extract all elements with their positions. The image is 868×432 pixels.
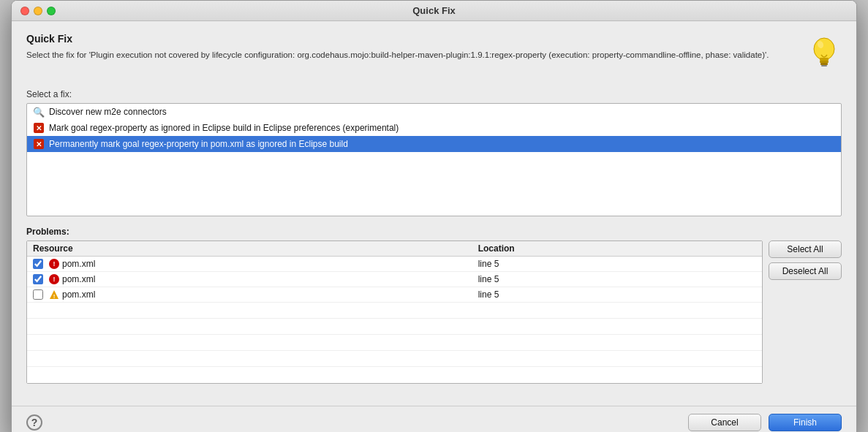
svg-rect-6 — [821, 65, 827, 67]
location-cell-1: line 5 — [472, 257, 762, 272]
resource-cell: ! pom.xml — [27, 257, 472, 272]
fix-item-mark-ignored-label: Mark goal regex-property as ignored in E… — [49, 123, 399, 133]
footer-left: ? — [26, 414, 42, 431]
resource-name-3: pom.xml — [62, 289, 95, 300]
footer-right: Cancel Finish — [688, 414, 842, 431]
table-row: ! pom.xml line 5 — [27, 257, 762, 272]
titlebar: Quick Fix — [12, 1, 856, 21]
svg-text:!: ! — [53, 293, 56, 300]
quick-fix-description: Select the fix for 'Plugin execution not… — [26, 49, 798, 61]
select-all-button[interactable]: Select All — [769, 240, 842, 258]
problems-buttons: Select All Deselect All — [769, 240, 842, 384]
traffic-lights — [20, 7, 56, 15]
fix-list[interactable]: 🔍 Discover new m2e connectors ✕ Mark goa… — [26, 103, 842, 216]
problems-label: Problems: — [26, 227, 842, 237]
fix-item-mark-perm-label: Permanently mark goal regex-property in … — [49, 139, 348, 149]
main-content: Quick Fix Select the fix for 'Plugin exe… — [12, 21, 856, 406]
quick-fix-text: Quick Fix Select the fix for 'Plugin exe… — [26, 33, 798, 61]
svg-rect-3 — [820, 61, 829, 63]
error-icon-2: ! — [49, 274, 59, 284]
table-row-empty — [27, 303, 762, 319]
error-icon-1: ! — [49, 259, 59, 269]
finish-button[interactable]: Finish — [769, 414, 842, 431]
cancel-button[interactable]: Cancel — [688, 414, 761, 431]
resource-name-2: pom.xml — [62, 274, 95, 284]
row-checkbox-3[interactable] — [33, 289, 43, 300]
problems-area: Resource Location ! — [26, 240, 842, 384]
select-fix-section: Select a fix: 🔍 Discover new m2e connect… — [26, 89, 842, 216]
quick-fix-header: Quick Fix Select the fix for 'Plugin exe… — [26, 33, 842, 79]
row-checkbox-2[interactable] — [33, 274, 43, 284]
resource-cell: ! pom.xml — [27, 272, 472, 287]
footer: ? Cancel Finish — [12, 406, 856, 433]
deselect-all-button[interactable]: Deselect All — [769, 262, 842, 280]
quick-fix-window: Quick Fix Quick Fix Select the fix for '… — [11, 0, 857, 432]
warning-icon: ! — [49, 289, 59, 300]
problems-table: Resource Location ! — [27, 241, 762, 383]
x-red-icon-1: ✕ — [33, 122, 45, 134]
svg-point-1 — [815, 39, 834, 59]
col-location: Location — [472, 241, 762, 257]
maximize-button[interactable] — [47, 7, 56, 15]
svg-rect-4 — [820, 63, 828, 65]
lightbulb-icon — [798, 33, 842, 79]
table-row-empty — [27, 335, 762, 351]
help-button[interactable]: ? — [26, 414, 42, 431]
x-red-icon-2: ✕ — [33, 138, 45, 150]
location-cell-2: line 5 — [472, 272, 762, 287]
table-row-empty — [27, 367, 762, 383]
search-icon: 🔍 — [33, 106, 45, 118]
quick-fix-title: Quick Fix — [26, 33, 798, 45]
fix-item-mark-ignored[interactable]: ✕ Mark goal regex-property as ignored in… — [27, 120, 841, 136]
window-title: Quick Fix — [412, 5, 456, 16]
fix-item-mark-perm[interactable]: ✕ Permanently mark goal regex-property i… — [27, 136, 841, 152]
fix-item-discover-label: Discover new m2e connectors — [49, 107, 167, 117]
table-row-empty — [27, 351, 762, 367]
table-row: ! pom.xml line 5 — [27, 272, 762, 287]
resource-name-1: pom.xml — [62, 259, 95, 269]
resource-cell: ! pom.xml — [27, 287, 472, 303]
col-resource: Resource — [27, 241, 472, 257]
location-cell-3: line 5 — [472, 287, 762, 303]
problems-table-wrapper: Resource Location ! — [26, 240, 763, 384]
table-row-empty — [27, 319, 762, 335]
minimize-button[interactable] — [34, 7, 42, 15]
close-button[interactable] — [20, 7, 29, 15]
table-row: ! pom.xml line 5 — [27, 287, 762, 303]
row-checkbox-1[interactable] — [33, 259, 43, 269]
select-fix-label: Select a fix: — [26, 89, 842, 99]
svg-rect-2 — [820, 58, 829, 61]
fix-item-discover[interactable]: 🔍 Discover new m2e connectors — [27, 104, 841, 120]
problems-section: Problems: Resource Location — [26, 227, 842, 384]
